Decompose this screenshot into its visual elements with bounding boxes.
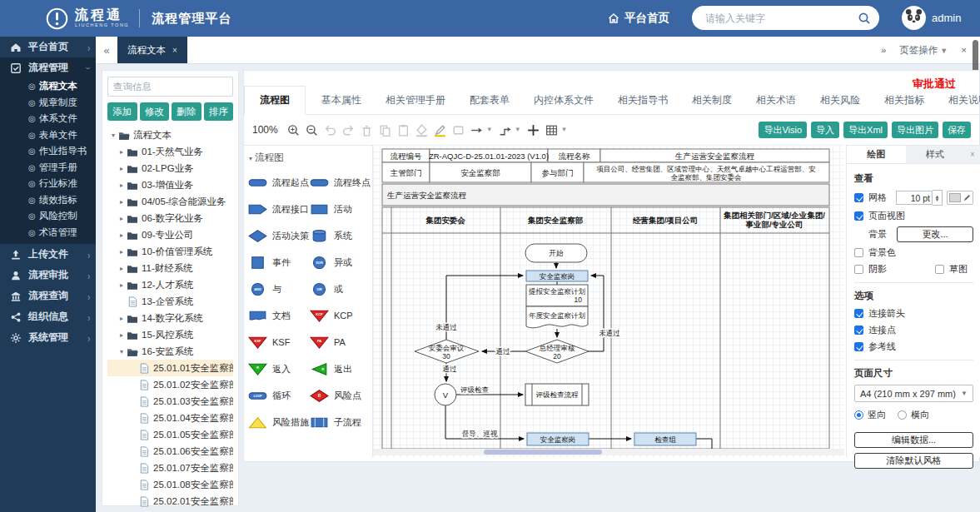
undo-icon[interactable] [323, 123, 337, 137]
search-input[interactable] [704, 12, 858, 25]
sidebar-subitem-9[interactable]: ◎术语管理 [0, 225, 96, 241]
node-subprocess[interactable]: 评级检查流程 [525, 384, 589, 405]
expander-collapsed-icon[interactable]: ▸ [117, 231, 126, 239]
shape-outline-icon[interactable] [451, 123, 465, 137]
page-ops-dropdown[interactable]: 页签操作▼ [899, 44, 948, 57]
clear-default-style-button[interactable]: 清除默认风格 [854, 453, 973, 469]
detail-tab-8[interactable]: 相关风险 [812, 87, 868, 114]
tree-row-leaf[interactable]: 25.01.06安全监察部-安全监 [107, 443, 233, 460]
canvas-hscrollbar-thumb[interactable] [484, 450, 602, 455]
detail-tab-2[interactable]: 相关管理手册 [377, 87, 454, 114]
palette-shape-tri-yellow[interactable]: 风险措施 [247, 409, 309, 435]
grid-checkbox[interactable] [854, 193, 863, 202]
connector-dd-icon[interactable] [498, 123, 512, 137]
zoom-in-icon[interactable] [286, 123, 301, 137]
palette-shape-tri-green-out[interactable]: R返出 [309, 355, 371, 382]
palette-shape-tri-green-in[interactable]: R返入 [247, 355, 309, 382]
detail-tab-9[interactable]: 相关指标 [876, 87, 933, 114]
redo-icon[interactable] [341, 123, 356, 137]
sidebar-subitem-7[interactable]: ◎绩效指标 [0, 192, 96, 209]
tree-row-node[interactable]: ▸11-财经系统 [107, 260, 233, 276]
export-button-4[interactable]: 保存 [943, 122, 971, 138]
detail-tab-5[interactable]: 相关指导书 [609, 87, 676, 114]
fill-color-icon[interactable] [415, 123, 429, 137]
palette-shape-subprocess[interactable]: 子流程 [309, 409, 371, 435]
close-panel-icon[interactable]: × [964, 146, 980, 163]
detail-tab-1[interactable]: 基本属性 [313, 87, 370, 114]
copy-icon[interactable] [378, 123, 392, 137]
landscape-radio[interactable] [898, 410, 907, 420]
detail-tab-3[interactable]: 配套表单 [461, 87, 518, 114]
option-checkbox-1[interactable] [854, 326, 863, 335]
sketch-checkbox[interactable] [935, 265, 944, 274]
sidebar-item-6[interactable]: 系统管理› [0, 327, 96, 348]
export-button-1[interactable]: 导入 [811, 122, 839, 138]
page-view-checkbox[interactable] [854, 211, 863, 221]
tree-row-leaf[interactable]: 25.01.01安全监察部-安全监 [107, 360, 233, 376]
grid-size-input[interactable]: 10 pt [896, 191, 933, 205]
tab-diagram[interactable]: 绘图 [847, 146, 906, 163]
palette-shape-tri-red-ksf[interactable]: KSFKSF [247, 329, 309, 355]
palette-shape-rect[interactable]: 活动 [309, 196, 371, 222]
export-button-2[interactable]: 导出Xml [843, 122, 888, 138]
expander-collapsed-icon[interactable]: ▸ [117, 265, 126, 272]
expander-collapsed-icon[interactable]: ▸ [117, 281, 126, 289]
query-button-2[interactable]: 删除 [172, 102, 201, 121]
palette-shape-diamond[interactable]: 活动决策 [247, 222, 309, 249]
expander-collapsed-icon[interactable]: ▸ [117, 181, 126, 189]
palette-shape-circle-or[interactable]: OR或 [309, 276, 371, 302]
node-team[interactable]: 检查组 [634, 433, 696, 445]
tree-row-node[interactable]: ▸06-数字化业务 [107, 210, 233, 226]
flow-title-band[interactable]: 生产运营安全监察流程 [382, 184, 829, 206]
tree-row-leaf[interactable]: 25.01.02安全监察部-安全监 [107, 376, 233, 393]
palette-shape-pill[interactable]: 流程终点 [309, 169, 371, 196]
tree-row-leaf[interactable]: 25.01.04安全监察部-安全监 [107, 410, 233, 426]
tree-row-leaf[interactable]: 25.02.01安全监察部-双重预 [107, 493, 233, 510]
palette-shape-tri-red-kcp[interactable]: KCPKCP [309, 302, 371, 329]
arrow-dd-icon[interactable] [470, 123, 484, 137]
palette-shape-square[interactable]: 事件 [247, 249, 309, 276]
paper-size-select[interactable]: A4 (210 mm x 297 mm)▼ [854, 385, 973, 402]
add-icon[interactable] [526, 123, 540, 137]
tree-search-input[interactable] [107, 77, 233, 97]
tree-row-node[interactable]: 13-企管系统 [107, 293, 233, 310]
grid-color-button[interactable] [947, 191, 973, 205]
chevron-down-icon[interactable]: ▼ [515, 126, 521, 133]
scroll-tabs-icon[interactable]: » [881, 45, 886, 55]
palette-group-header[interactable]: ▾流程图 [247, 149, 372, 169]
option-checkbox-2[interactable] [854, 342, 863, 351]
close-tab-icon[interactable]: × [172, 46, 177, 55]
zoom-out-icon[interactable] [305, 123, 319, 137]
sidebar-item-4[interactable]: 流程查询› [0, 286, 96, 306]
sidebar-subitem-6[interactable]: ◎行业标准 [0, 176, 96, 192]
tree-row-leaf[interactable]: 25.01.08安全监察部-安全监 [107, 476, 233, 493]
close-all-icon[interactable]: × [961, 45, 967, 55]
tree-row-node[interactable]: ▾16-安监系统 [107, 343, 233, 360]
chevron-down-icon[interactable]: ▼ [486, 126, 493, 133]
tree-row-leaf[interactable]: 25.01.05安全监察部-安全监 [107, 426, 233, 443]
detail-tab-6[interactable]: 相关制度 [684, 87, 740, 114]
expander-expanded-icon[interactable]: ▾ [109, 132, 117, 139]
query-button-0[interactable]: 添加 [107, 102, 137, 121]
tree-row-node[interactable]: ▸10-价值管理系统 [107, 243, 233, 260]
export-button-3[interactable]: 导出图片 [892, 122, 938, 138]
grid-dd-icon[interactable] [545, 123, 559, 137]
change-background-button[interactable]: 更改... [897, 226, 973, 242]
grid-size-stepper[interactable]: ▲▼ [933, 190, 943, 206]
tree-row-node[interactable]: ▸14-数字化系统 [107, 310, 233, 326]
tree-row-leaf[interactable]: 25.01.07安全监察部-安全监 [107, 460, 233, 476]
paste-icon[interactable] [396, 123, 410, 137]
detail-tab-10[interactable]: 相关说明 [940, 87, 980, 114]
shadow-checkbox[interactable] [854, 265, 863, 274]
tree-row-node[interactable]: ▸02-LPG业务 [107, 160, 233, 176]
sidebar-subitem-3[interactable]: ◎表单文件 [0, 127, 96, 144]
expander-expanded-icon[interactable]: ▾ [117, 348, 126, 355]
diagram-canvas[interactable]: 流程编号 ZR-AQJC-D-25.01.01-2023 (V1.0) 流程名称… [373, 145, 844, 457]
tree-row-node[interactable]: ▸09-专业公司 [107, 226, 233, 243]
home-link[interactable]: 平台首页 [608, 11, 669, 26]
expander-collapsed-icon[interactable]: ▸ [117, 215, 126, 222]
expander-collapsed-icon[interactable]: ▸ [117, 198, 126, 206]
delete-icon[interactable] [360, 123, 374, 137]
tree-row-node[interactable]: ▾流程文本 [107, 127, 233, 143]
tree-row-node[interactable]: ▸12-人才系统 [107, 276, 233, 293]
